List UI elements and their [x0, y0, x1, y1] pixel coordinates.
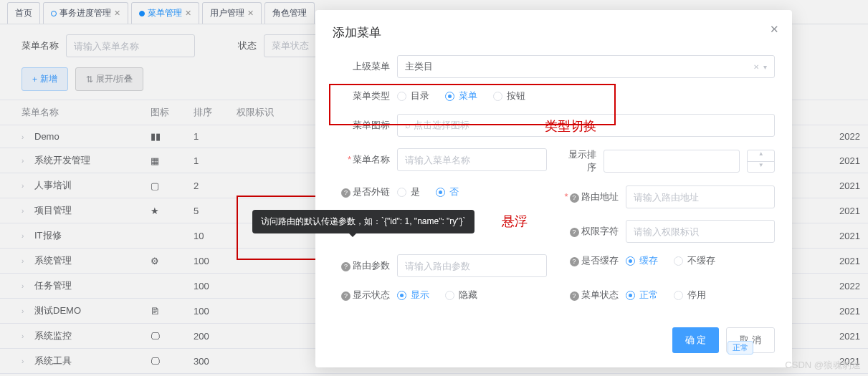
chevron-up-icon[interactable]: ▲	[748, 150, 774, 162]
type-label: 菜单类型	[333, 90, 390, 102]
radio-button[interactable]: 按钮	[493, 90, 525, 102]
help-icon[interactable]: ?	[341, 262, 350, 271]
radio-cache-no[interactable]: 不缓存	[674, 254, 715, 267]
help-icon[interactable]: ?	[570, 193, 579, 203]
menu-name-input[interactable]	[397, 148, 547, 171]
help-icon[interactable]: ?	[570, 291, 579, 301]
radio-cache-yes[interactable]: 缓存	[626, 254, 658, 267]
radio-menu[interactable]: 菜单	[445, 90, 477, 102]
params-input[interactable]	[397, 254, 547, 277]
sort-input[interactable]	[604, 150, 740, 173]
perm-label: ?权限字符	[561, 225, 619, 238]
route-label: *?路由地址	[561, 191, 619, 203]
help-icon[interactable]: ?	[341, 188, 350, 198]
parent-label: 上级菜单	[333, 60, 390, 73]
chevron-down-icon[interactable]: ▾	[763, 63, 767, 71]
radio-show[interactable]: 显示	[397, 289, 429, 302]
radio-ext-no[interactable]: 否	[436, 185, 459, 198]
radio-disabled[interactable]: 停用	[674, 289, 706, 302]
type-radio-group: 目录 菜单 按钮	[397, 90, 525, 102]
close-icon[interactable]: ✕	[770, 23, 779, 36]
radio-hide[interactable]: 隐藏	[445, 289, 477, 302]
clear-icon[interactable]: ✕	[753, 63, 759, 71]
perm-input[interactable]	[626, 220, 776, 243]
chevron-down-icon[interactable]: ▼	[748, 162, 774, 173]
parent-select[interactable]: 主类目 ✕▾	[397, 55, 775, 78]
status-badge: 正常	[728, 341, 753, 355]
cache-label: ?是否缓存	[561, 254, 619, 267]
name-field-label: *菜单名称	[333, 153, 390, 166]
radio-normal[interactable]: 正常	[626, 289, 658, 302]
annotation-hover: 悬浮	[502, 213, 528, 230]
sort-field-label: 显示排序	[561, 148, 597, 174]
radio-ext-yes[interactable]: 是	[397, 185, 420, 198]
tooltip: 访问路由的默认传递参数，如：`{"id": 1, "name": "ry"}`	[252, 210, 474, 233]
icon-label: 菜单图标	[333, 119, 390, 132]
watermark: CSDN @狼魂豹速	[785, 359, 861, 372]
route-input[interactable]	[626, 185, 776, 208]
radio-dir[interactable]: 目录	[397, 90, 429, 102]
add-menu-dialog: 添加菜单 ✕ 上级菜单 主类目 ✕▾ 菜单类型 目录 菜单 按钮 菜单图标 ⌕点…	[315, 10, 792, 367]
status-field-label: ?菜单状态	[561, 289, 619, 302]
help-icon[interactable]: ?	[570, 257, 579, 266]
help-icon[interactable]: ?	[341, 291, 350, 301]
external-label: ?是否外链	[333, 185, 390, 198]
confirm-button[interactable]: 确 定	[672, 327, 720, 353]
display-label: ?显示状态	[333, 289, 390, 302]
sort-spinner[interactable]: ▲▼	[747, 150, 775, 173]
help-icon[interactable]: ?	[570, 228, 579, 237]
annotation-type-switch: 类型切换	[545, 117, 596, 135]
dialog-title: 添加菜单	[333, 24, 775, 41]
search-icon: ⌕	[405, 120, 411, 130]
params-label: ?路由参数	[333, 259, 390, 272]
